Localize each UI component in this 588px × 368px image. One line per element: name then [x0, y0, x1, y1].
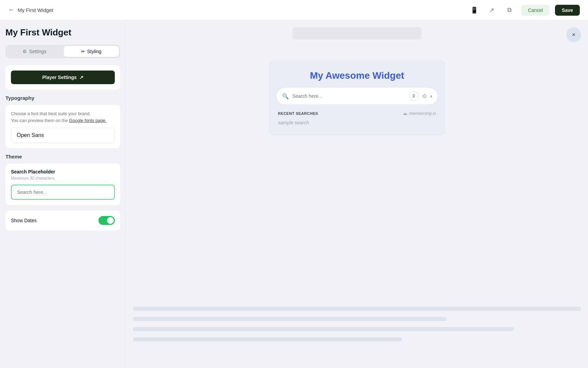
membership-logo: ⛰ membership.io [403, 111, 436, 116]
recent-searches-section: RECENT SEARCHES ⛰ membership.io sample s… [277, 111, 437, 125]
mobile-preview-icon[interactable]: 📱 [468, 4, 480, 16]
membership-logo-icon: ⛰ [403, 111, 407, 116]
preview-close-button[interactable]: × [566, 27, 581, 42]
external-link-icon[interactable]: ↗ [486, 4, 498, 16]
recent-searches-header: RECENT SEARCHES ⛰ membership.io [278, 111, 436, 116]
typography-card: Choose a font that best suits your brand… [5, 105, 120, 148]
preview-arrow-button[interactable]: › [430, 93, 432, 99]
search-placeholder-label: Search Placeholder [11, 169, 115, 174]
search-placeholder-card: Search Placeholder Maximum 30 characters… [5, 164, 120, 205]
theme-section-label: Theme [5, 154, 120, 159]
bg-line-1 [133, 307, 581, 311]
settings-tab-label: Settings [29, 49, 46, 54]
bg-line-3 [133, 327, 514, 331]
preview-search-input[interactable] [292, 93, 406, 99]
preview-area: × My Awesome Widget 🔍 0 ⚙ › RECENT SEARC… [126, 20, 588, 368]
preview-filter-icon: ⚙ [422, 93, 427, 99]
show-dates-label: Show Dates [11, 218, 36, 223]
preview-badge: 0 [409, 91, 419, 101]
typography-section-label: Typography [5, 95, 120, 101]
styling-tab-icon: ✏ [81, 49, 85, 54]
top-bar-right: 📱 ↗ ⧉ Cancel Save [468, 4, 580, 16]
recent-searches-label: RECENT SEARCHES [278, 111, 318, 116]
recent-search-item: sample search [278, 120, 436, 125]
typography-description: Choose a font that best suits your brand… [11, 110, 115, 124]
font-selector[interactable]: Open Sans [11, 128, 115, 143]
tab-bar: ⚙ Settings ✏ Styling [5, 45, 120, 58]
preview-url-bar [292, 27, 422, 40]
show-dates-card: Show Dates [5, 211, 120, 230]
main-layout: My First Widget ⚙ Settings ✏ Styling Pla… [0, 20, 588, 368]
tab-settings[interactable]: ⚙ Settings [7, 46, 62, 57]
preview-top-bar [133, 27, 581, 40]
preview-bg-lines [126, 300, 588, 368]
search-placeholder-hint: Maximum 30 characters. [11, 176, 115, 181]
preview-search-icon: 🔍 [282, 93, 289, 99]
preview-search-bar: 🔍 0 ⚙ › [277, 88, 437, 104]
sidebar-title: My First Widget [5, 27, 120, 38]
sidebar: My First Widget ⚙ Settings ✏ Styling Pla… [0, 20, 126, 368]
top-bar-title: My First Widget [18, 7, 53, 13]
save-button[interactable]: Save [555, 5, 580, 16]
settings-tab-icon: ⚙ [22, 49, 27, 54]
bg-line-4 [133, 337, 402, 341]
widget-preview-title: My Awesome Widget [277, 70, 437, 81]
top-bar: ← My First Widget 📱 ↗ ⧉ Cancel Save [0, 0, 588, 20]
top-bar-left: ← My First Widget [8, 6, 53, 14]
tab-styling[interactable]: ✏ Styling [64, 46, 119, 57]
bg-line-2 [133, 317, 447, 321]
player-settings-card: Player Settings ↗ [5, 65, 120, 90]
cancel-button[interactable]: Cancel [521, 5, 550, 16]
player-settings-label: Player Settings [42, 75, 77, 80]
show-dates-toggle[interactable] [98, 216, 115, 225]
layers-icon[interactable]: ⧉ [504, 4, 516, 16]
player-settings-button[interactable]: Player Settings ↗ [11, 71, 115, 84]
back-button[interactable]: ← [8, 6, 14, 14]
search-placeholder-input[interactable] [11, 185, 115, 200]
membership-brand-name: membership.io [409, 111, 436, 116]
google-fonts-link[interactable]: Google fonts page. [69, 118, 107, 123]
widget-preview-card: My Awesome Widget 🔍 0 ⚙ › RECENT SEARCHE… [268, 60, 446, 136]
external-link-small-icon: ↗ [79, 75, 83, 80]
styling-tab-label: Styling [87, 49, 102, 54]
